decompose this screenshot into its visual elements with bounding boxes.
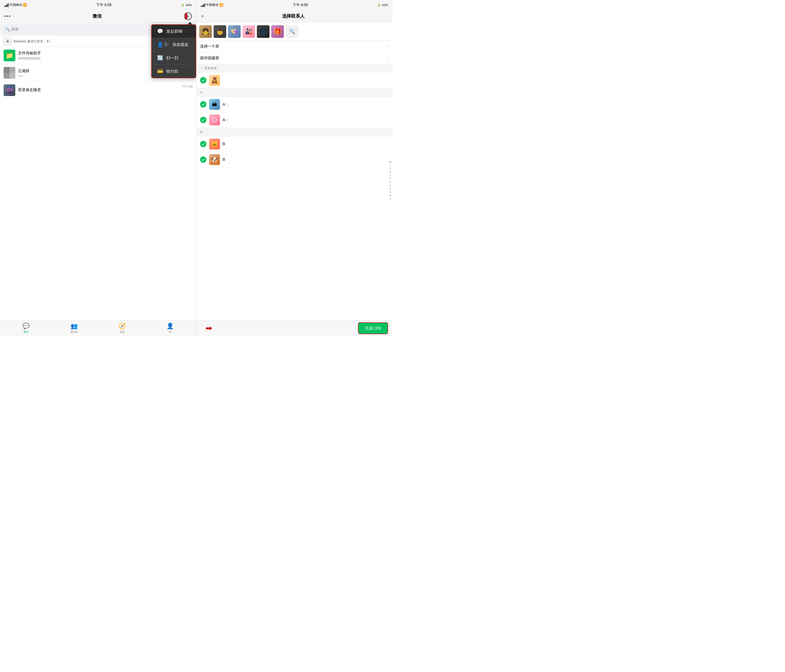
right-signal-icon [201, 3, 205, 7]
contact-search-button[interactable]: 🔍 [286, 25, 298, 38]
selected-avatar-4: 🎎 [242, 25, 255, 38]
check-circle-starred [200, 77, 206, 83]
group-chat-icon: 💬 [157, 28, 163, 34]
star-icon: ☆ [200, 66, 203, 70]
index-g[interactable]: G [389, 187, 391, 191]
contact-name-b1: B [223, 142, 225, 146]
contact-starred-1[interactable]: 🧸 [197, 73, 392, 88]
contact-avatar-a2: 🌸 [209, 114, 220, 125]
menu-item-payment[interactable]: 💳 收付款 [152, 65, 196, 78]
contact-avatar-a1: 🏔 [209, 99, 220, 110]
index-c[interactable]: C [389, 174, 391, 177]
status-left: 中国移动 📶 [5, 3, 27, 7]
alpha-index: 🔍 ☆ A B C D E F G H W X [388, 41, 392, 320]
dropdown-arrow-indicator: ⬇ [183, 12, 189, 21]
index-star[interactable]: ☆ [389, 164, 391, 167]
right-phone: 中国移动 📶 下午 6:06 🔋 62% × 选择联系人 👧 👦 👒 🎎 [196, 0, 392, 336]
payment-label: 收付款 [166, 69, 178, 74]
contact-b2[interactable]: 🐶 B [197, 152, 392, 168]
discover-tab-icon: 🧭 [119, 323, 126, 330]
index-f[interactable]: F [389, 184, 391, 187]
index-e[interactable]: E [389, 180, 391, 184]
wechat-tab-label: 微信 [23, 330, 29, 334]
add-friend-icon: 👤➕ [157, 42, 169, 47]
index-b[interactable]: B [389, 171, 391, 174]
notice-text: Windows 微信已登录，手... [14, 39, 52, 44]
chat-info-person: 星星偷走睡意 [18, 87, 192, 93]
selected-avatar-1: 👧 [199, 25, 212, 38]
face-to-face-item[interactable]: 面对面建群 › [197, 52, 392, 64]
contact-name-a1: A： [223, 102, 229, 107]
dropdown-triangle [188, 22, 192, 24]
right-time-label: 下午 6:06 [293, 3, 308, 8]
done-arrow-indicator: ➡ [205, 323, 212, 333]
me-tab-label: 我 [169, 330, 171, 334]
face-to-face-label: 面对面建群 [200, 55, 385, 61]
index-a[interactable]: A [389, 167, 391, 170]
payment-icon: 💳 [157, 68, 163, 74]
search-input[interactable]: 搜索 [11, 27, 19, 32]
person-name: 星星偷走睡意 [18, 87, 192, 92]
file-transfer-avatar: 📁 [4, 50, 15, 61]
section-b-label: B [200, 130, 202, 134]
nav-dots[interactable] [5, 16, 10, 17]
menu-item-add-friend[interactable]: 👤➕ 添加朋友 [152, 38, 196, 52]
page-title: 选择联系人 [204, 13, 383, 19]
index-x[interactable]: X [389, 197, 391, 201]
wechat-tab-icon: 💬 [22, 323, 30, 330]
contact-a2[interactable]: 🌸 A： [197, 112, 392, 128]
done-button[interactable]: 完成 (29) [358, 323, 388, 334]
right-wifi-icon: 📶 [219, 3, 223, 7]
search-icon: 🔍 [5, 27, 10, 31]
right-status-bar: 中国移动 📶 下午 6:06 🔋 62% [197, 0, 392, 10]
contact-b1[interactable]: 🐱 B [197, 136, 392, 152]
select-group-item[interactable]: 选择一个群 › [197, 41, 392, 52]
right-battery-label: 62% [382, 3, 388, 7]
contact-a1[interactable]: 🏔 A： [197, 97, 392, 112]
starred-section-header: ☆ 星标朋友 [197, 64, 392, 73]
me-tab-icon: 👤 [166, 323, 174, 330]
tab-discover[interactable]: 🧭 发现 [98, 323, 146, 334]
index-d[interactable]: D [389, 177, 391, 180]
chat-item-person[interactable]: 🌆 星星偷走睡意 下午 5:48 [0, 81, 196, 99]
app-title: 微信 [92, 13, 102, 19]
contacts-tab-label: 通讯录 [70, 330, 78, 334]
index-w[interactable]: W [389, 194, 391, 197]
person-avatar: 🌆 [4, 84, 15, 96]
right-nav-bar: × 选择联系人 [197, 10, 392, 22]
status-right: 🔋 63% [181, 3, 192, 7]
left-phone: 中国移动 📶 下午 6:06 🔋 63% 微信 + 🔍 搜索 🖥 Windows… [0, 0, 196, 336]
selected-contacts-row: 👧 👦 👒 🎎 🌑 🎁 🔍 [197, 22, 392, 41]
select-group-label: 选择一个群 [200, 44, 385, 49]
done-bar: ➡ 完成 (29) [197, 320, 392, 336]
carrier-label: 中国移动 [9, 3, 22, 7]
right-status-left: 中国移动 📶 [201, 3, 223, 7]
tab-contacts[interactable]: 👥 通讯录 [50, 323, 98, 334]
dropdown-menu: 💬 发起群聊 👤➕ 添加朋友 🔄 扫一扫 💳 收付款 [151, 22, 196, 78]
menu-item-group-chat[interactable]: 💬 发起群聊 [152, 25, 196, 38]
group-chat-label: 发起群聊 [166, 29, 183, 34]
check-circle-b1 [200, 141, 206, 147]
group-avatar [4, 67, 15, 79]
selected-avatar-2: 👦 [214, 25, 226, 38]
right-battery-icon: 🔋 [377, 3, 381, 7]
left-nav-bar: 微信 + [0, 10, 196, 22]
signal-icon [5, 3, 9, 7]
contact-name-b2: B [223, 157, 225, 162]
battery-label: 63% [186, 3, 192, 7]
check-circle-b2 [200, 157, 206, 163]
close-button[interactable]: × [201, 13, 204, 19]
left-status-bar: 中国移动 📶 下午 6:06 🔋 63% [0, 0, 196, 10]
contact-avatar-b1: 🐱 [209, 139, 220, 149]
time-label: 下午 6:06 [96, 3, 111, 8]
index-search[interactable]: 🔍 [389, 160, 392, 163]
scan-icon: 🔄 [157, 55, 163, 61]
contact-list: 选择一个群 › 面对面建群 › ☆ 星标朋友 🧸 A [197, 41, 392, 320]
tab-wechat[interactable]: 💬 微信 [2, 323, 50, 334]
contacts-tab-icon: 👥 [70, 323, 78, 330]
battery-icon: 🔋 [181, 3, 185, 7]
discover-tab-label: 发现 [120, 330, 125, 334]
tab-me[interactable]: 👤 我 [146, 323, 194, 334]
menu-item-scan[interactable]: 🔄 扫一扫 [152, 52, 196, 65]
index-h[interactable]: H [389, 191, 391, 194]
